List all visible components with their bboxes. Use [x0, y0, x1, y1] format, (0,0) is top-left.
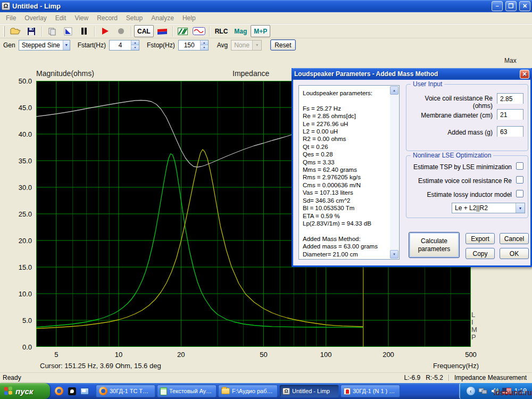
magnitude-view-button[interactable]: Mag	[231, 25, 250, 37]
task-label: 30ГД-1 (N 1 ) TS...	[353, 388, 397, 394]
estimate-re-checkbox[interactable]	[516, 176, 523, 184]
copy-button-dialog[interactable]: Copy	[466, 248, 495, 259]
calibrate-button[interactable]: CAL	[134, 25, 154, 37]
restore-button[interactable]: ❐	[505, 1, 517, 11]
taskbar: пуск 30ГД-1 TC TS па...Текстовый Ауди...…	[0, 383, 532, 399]
taskbar-task-firefox[interactable]: 30ГД-1 TC TS па...	[96, 385, 155, 397]
task-label: 30ГД-1 TC TS па...	[110, 388, 152, 394]
x-axis-tick: 10	[115, 351, 122, 359]
network-icon[interactable]	[478, 387, 488, 395]
fstart-spin-buttons[interactable]: ▲▼	[131, 40, 139, 50]
overlay-tool-button[interactable]	[61, 25, 76, 37]
estimate-tsp-label: Estimate TSP by LSE minimization	[413, 163, 512, 171]
menu-item-file[interactable]: File	[2, 13, 20, 23]
pause-button[interactable]	[77, 25, 92, 37]
estimate-tsp-checkbox[interactable]	[516, 162, 523, 170]
fstop-stepper[interactable]: ▲▼	[178, 40, 209, 51]
diameter-input[interactable]	[497, 110, 523, 120]
tray-chevron-icon[interactable]: ‹	[467, 387, 475, 395]
record-button[interactable]	[113, 25, 128, 37]
parameters-text: Loudspeaker parameters: Fs = 25.27 Hz Re…	[299, 86, 399, 258]
mass-field[interactable]	[497, 126, 523, 137]
calculate-parameters-button[interactable]: Calculate parameters	[409, 232, 460, 258]
parameters-listbox[interactable]: Loudspeaker parameters: Fs = 25.27 Hz Re…	[298, 85, 400, 260]
fstop-spin-buttons[interactable]: ▲▼	[200, 40, 208, 50]
chevron-down-icon: ▼	[516, 203, 525, 213]
re-input[interactable]	[497, 94, 523, 104]
limp-letter: I	[471, 319, 477, 326]
tsapp-icon	[344, 388, 351, 395]
red-blue-flag-icon	[157, 28, 168, 35]
sine-wave-button[interactable]	[192, 25, 206, 37]
mag-phase-view-button[interactable]: M+P	[251, 25, 270, 37]
taskbar-task-notepad[interactable]: Текстовый Ауди...	[157, 385, 217, 397]
toolbar-separator	[131, 26, 131, 37]
dialog-close-button[interactable]: ✕	[520, 70, 529, 79]
signal-gen-button[interactable]	[176, 25, 190, 37]
overlay-flag-button[interactable]	[155, 25, 170, 37]
nonlinear-lse-group: Nonlinear LSE Optimization Estimate TSP …	[406, 155, 528, 218]
spin-up-icon[interactable]: ▲	[201, 40, 208, 46]
chevron-down-icon: ▼	[252, 40, 261, 50]
re-field[interactable]	[497, 93, 523, 104]
generator-bar: Gen Stepped Sine ▼ Fstart(Hz) ▲▼ Fstop(H…	[0, 38, 532, 52]
volume-icon[interactable]	[491, 387, 499, 395]
record-circle-icon	[118, 28, 124, 35]
spin-down-icon[interactable]: ▼	[201, 45, 208, 50]
taskbar-task-folder[interactable]: F:\Аудио работ...	[218, 385, 278, 397]
toolbar-separator	[41, 26, 42, 37]
spin-down-icon[interactable]: ▼	[131, 45, 139, 50]
quick-launch-show-desktop[interactable]	[80, 386, 89, 396]
menu-item-overlay[interactable]: Overlay	[20, 13, 51, 23]
copy-button[interactable]	[45, 25, 60, 37]
ok-button[interactable]: OK	[500, 248, 529, 259]
y-axis-tick: 15.0	[0, 263, 32, 271]
cursor-readout: Cursor: 151.25 Hz, 3.69 Ohm, 15.6 deg	[40, 362, 161, 370]
fstop-input[interactable]	[179, 40, 200, 50]
magnitude-axis-title: Magnitude(ohms)	[36, 69, 94, 78]
estimate-inductor-checkbox[interactable]	[516, 190, 523, 197]
export-button[interactable]: Export	[466, 233, 495, 244]
limp-letter: M	[471, 326, 477, 334]
quick-launch	[50, 383, 94, 399]
scroll-up-icon[interactable]: ▲	[390, 86, 398, 95]
menu-item-view[interactable]: View	[70, 13, 93, 23]
menu-item-help[interactable]: Help	[178, 13, 200, 23]
menu-item-analyze[interactable]: Analyze	[147, 13, 178, 23]
dialog-title: Loudspeaker Parameters - Added Mass Meth…	[294, 70, 520, 78]
right-axis-max-label: Max	[504, 57, 517, 64]
fstop-label: Fstop(Hz)	[147, 41, 175, 49]
diameter-field[interactable]	[497, 109, 523, 120]
start-button[interactable]: пуск	[0, 383, 50, 399]
minimize-button[interactable]: –	[492, 1, 503, 11]
quick-launch-firefox[interactable]	[54, 386, 64, 396]
taskbar-task-tsapp[interactable]: 30ГД-1 (N 1 ) TS...	[340, 385, 400, 397]
menu-item-record[interactable]: Record	[93, 13, 122, 23]
quick-launch-app[interactable]	[67, 386, 77, 396]
mass-input[interactable]	[497, 127, 523, 137]
menu-item-edit[interactable]: Edit	[51, 13, 71, 23]
language-flag-icon[interactable]	[502, 388, 511, 394]
x-axis-tick: 20	[177, 351, 185, 359]
inductor-model-combo[interactable]: Le + L2||R2 ▼	[452, 203, 525, 213]
reset-button[interactable]: Reset	[270, 39, 295, 51]
rlc-button[interactable]: RLC	[212, 25, 231, 37]
status-mode: Impedance Measurement	[449, 374, 532, 381]
spin-up-icon[interactable]: ▲	[131, 40, 139, 46]
listbox-scrollbar[interactable]: ▲ ▼	[390, 86, 398, 259]
start-measure-button[interactable]	[97, 25, 112, 37]
green-diagonal-icon	[178, 28, 188, 35]
menu-item-setup[interactable]: Setup	[122, 13, 147, 23]
cancel-button[interactable]: Cancel	[500, 233, 529, 244]
generator-type-combo[interactable]: Stepped Sine ▼	[19, 40, 70, 51]
x-axis-tick: 100	[320, 351, 332, 359]
scroll-down-icon[interactable]: ▼	[390, 250, 398, 259]
save-button[interactable]	[24, 25, 39, 37]
taskbar-task-limp[interactable]: ΩUntitled - Limp	[279, 385, 339, 397]
close-button[interactable]: ✕	[519, 1, 530, 11]
fstart-input[interactable]	[110, 40, 131, 50]
fstart-stepper[interactable]: ▲▼	[109, 40, 139, 51]
chevron-down-icon: ▼	[63, 40, 70, 50]
x-axis-tick: 200	[383, 351, 394, 359]
open-button[interactable]	[8, 25, 23, 37]
